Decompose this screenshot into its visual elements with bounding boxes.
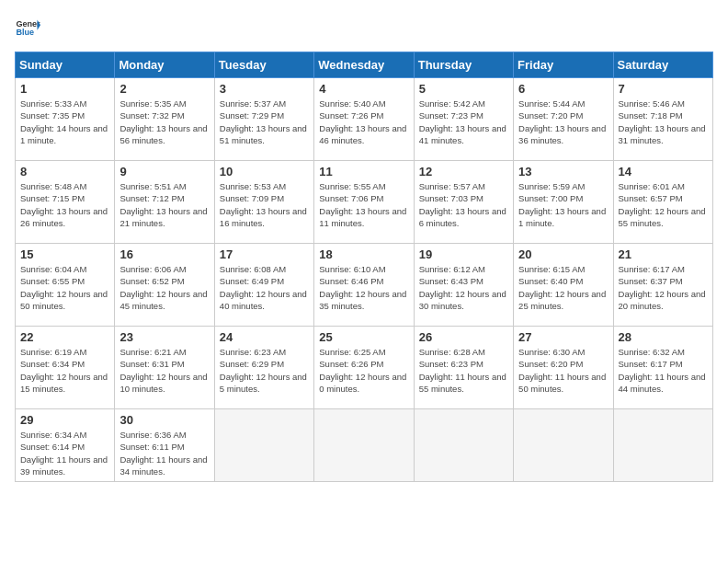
day-info: Sunrise: 6:23 AM Sunset: 6:29 PM Dayligh…	[220, 346, 309, 395]
calendar-cell: 10Sunrise: 5:53 AM Sunset: 7:09 PM Dayli…	[214, 161, 313, 244]
calendar-cell: 30Sunrise: 6:36 AM Sunset: 6:11 PM Dayli…	[115, 409, 214, 482]
calendar-cell: 1Sunrise: 5:33 AM Sunset: 7:35 PM Daylig…	[16, 78, 115, 161]
calendar-week-row-3: 15Sunrise: 6:04 AM Sunset: 6:55 PM Dayli…	[16, 244, 713, 327]
calendar-cell: 21Sunrise: 6:17 AM Sunset: 6:37 PM Dayli…	[613, 244, 712, 327]
day-number: 3	[220, 82, 309, 96]
page-header: General Blue	[15, 15, 713, 40]
calendar-cell: 29Sunrise: 6:34 AM Sunset: 6:14 PM Dayli…	[16, 409, 115, 482]
logo: General Blue	[15, 15, 40, 40]
day-number: 25	[319, 330, 408, 344]
day-info: Sunrise: 6:04 AM Sunset: 6:55 PM Dayligh…	[20, 263, 109, 312]
day-info: Sunrise: 6:25 AM Sunset: 6:26 PM Dayligh…	[319, 346, 408, 395]
day-number: 26	[419, 330, 508, 344]
day-info: Sunrise: 6:19 AM Sunset: 6:34 PM Dayligh…	[20, 346, 109, 395]
day-number: 30	[119, 413, 209, 427]
day-info: Sunrise: 6:32 AM Sunset: 6:17 PM Dayligh…	[619, 346, 708, 395]
day-info: Sunrise: 6:10 AM Sunset: 6:46 PM Dayligh…	[319, 263, 408, 312]
day-number: 17	[220, 247, 309, 261]
day-number: 14	[619, 165, 708, 178]
day-info: Sunrise: 5:37 AM Sunset: 7:29 PM Dayligh…	[220, 98, 309, 146]
calendar-cell	[314, 409, 414, 482]
day-info: Sunrise: 5:53 AM Sunset: 7:09 PM Dayligh…	[220, 180, 309, 229]
calendar-header-monday: Monday	[115, 52, 214, 78]
day-number: 19	[419, 247, 508, 261]
calendar-cell: 18Sunrise: 6:10 AM Sunset: 6:46 PM Dayli…	[314, 244, 414, 327]
day-number: 2	[119, 82, 209, 96]
day-info: Sunrise: 6:34 AM Sunset: 6:14 PM Dayligh…	[20, 429, 109, 477]
calendar-cell: 27Sunrise: 6:30 AM Sunset: 6:20 PM Dayli…	[514, 327, 613, 409]
calendar-cell: 6Sunrise: 5:44 AM Sunset: 7:20 PM Daylig…	[514, 78, 613, 161]
calendar-cell: 8Sunrise: 5:48 AM Sunset: 7:15 PM Daylig…	[16, 161, 115, 244]
day-info: Sunrise: 5:48 AM Sunset: 7:15 PM Dayligh…	[20, 180, 109, 229]
calendar-cell: 11Sunrise: 5:55 AM Sunset: 7:06 PM Dayli…	[314, 161, 414, 244]
calendar-cell	[414, 409, 513, 482]
day-number: 22	[20, 330, 109, 344]
calendar-header-thursday: Thursday	[414, 52, 513, 78]
day-number: 5	[419, 82, 508, 96]
day-number: 8	[20, 165, 109, 178]
day-info: Sunrise: 5:51 AM Sunset: 7:12 PM Dayligh…	[119, 180, 209, 229]
calendar-week-row-5: 29Sunrise: 6:34 AM Sunset: 6:14 PM Dayli…	[16, 409, 713, 482]
calendar-cell: 20Sunrise: 6:15 AM Sunset: 6:40 PM Dayli…	[514, 244, 613, 327]
day-info: Sunrise: 6:06 AM Sunset: 6:52 PM Dayligh…	[119, 263, 209, 312]
calendar-cell: 12Sunrise: 5:57 AM Sunset: 7:03 PM Dayli…	[414, 161, 513, 244]
day-info: Sunrise: 6:01 AM Sunset: 6:57 PM Dayligh…	[619, 180, 708, 229]
svg-text:General: General	[16, 19, 40, 29]
day-info: Sunrise: 6:28 AM Sunset: 6:23 PM Dayligh…	[419, 346, 508, 395]
logo-icon: General Blue	[15, 15, 40, 40]
day-number: 24	[220, 330, 309, 344]
calendar-header-sunday: Sunday	[16, 52, 115, 78]
day-info: Sunrise: 5:46 AM Sunset: 7:18 PM Dayligh…	[619, 98, 708, 146]
calendar-header-saturday: Saturday	[613, 52, 712, 78]
day-info: Sunrise: 6:36 AM Sunset: 6:11 PM Dayligh…	[119, 429, 209, 477]
calendar-table: SundayMondayTuesdayWednesdayThursdayFrid…	[15, 52, 713, 482]
day-number: 1	[20, 82, 109, 96]
day-number: 27	[518, 330, 608, 344]
calendar-cell	[613, 409, 712, 482]
day-info: Sunrise: 5:35 AM Sunset: 7:32 PM Dayligh…	[119, 98, 209, 146]
day-info: Sunrise: 5:44 AM Sunset: 7:20 PM Dayligh…	[518, 98, 608, 146]
calendar-cell: 24Sunrise: 6:23 AM Sunset: 6:29 PM Dayli…	[214, 327, 313, 409]
calendar-cell: 2Sunrise: 5:35 AM Sunset: 7:32 PM Daylig…	[115, 78, 214, 161]
day-number: 10	[220, 165, 309, 178]
day-number: 9	[119, 165, 209, 178]
day-number: 23	[119, 330, 209, 344]
calendar-cell	[214, 409, 313, 482]
calendar-header-tuesday: Tuesday	[214, 52, 313, 78]
calendar-cell: 25Sunrise: 6:25 AM Sunset: 6:26 PM Dayli…	[314, 327, 414, 409]
day-info: Sunrise: 6:30 AM Sunset: 6:20 PM Dayligh…	[518, 346, 608, 395]
day-number: 4	[319, 82, 408, 96]
day-number: 21	[619, 247, 708, 261]
calendar-cell: 28Sunrise: 6:32 AM Sunset: 6:17 PM Dayli…	[613, 327, 712, 409]
day-number: 11	[319, 165, 408, 178]
day-number: 13	[518, 165, 608, 178]
day-number: 28	[619, 330, 708, 344]
day-info: Sunrise: 5:59 AM Sunset: 7:00 PM Dayligh…	[518, 180, 608, 229]
calendar-cell: 17Sunrise: 6:08 AM Sunset: 6:49 PM Dayli…	[214, 244, 313, 327]
day-info: Sunrise: 5:40 AM Sunset: 7:26 PM Dayligh…	[319, 98, 408, 146]
day-info: Sunrise: 6:12 AM Sunset: 6:43 PM Dayligh…	[419, 263, 508, 312]
day-number: 20	[518, 247, 608, 261]
calendar-cell: 15Sunrise: 6:04 AM Sunset: 6:55 PM Dayli…	[16, 244, 115, 327]
calendar-week-row-1: 1Sunrise: 5:33 AM Sunset: 7:35 PM Daylig…	[16, 78, 713, 161]
calendar-cell: 19Sunrise: 6:12 AM Sunset: 6:43 PM Dayli…	[414, 244, 513, 327]
day-number: 6	[518, 82, 608, 96]
calendar-cell: 26Sunrise: 6:28 AM Sunset: 6:23 PM Dayli…	[414, 327, 513, 409]
day-info: Sunrise: 6:17 AM Sunset: 6:37 PM Dayligh…	[619, 263, 708, 312]
calendar-cell: 14Sunrise: 6:01 AM Sunset: 6:57 PM Dayli…	[613, 161, 712, 244]
day-info: Sunrise: 5:57 AM Sunset: 7:03 PM Dayligh…	[419, 180, 508, 229]
calendar-header-wednesday: Wednesday	[314, 52, 414, 78]
day-number: 18	[319, 247, 408, 261]
calendar-week-row-4: 22Sunrise: 6:19 AM Sunset: 6:34 PM Dayli…	[16, 327, 713, 409]
day-info: Sunrise: 6:15 AM Sunset: 6:40 PM Dayligh…	[518, 263, 608, 312]
calendar-cell: 4Sunrise: 5:40 AM Sunset: 7:26 PM Daylig…	[314, 78, 414, 161]
calendar-cell: 5Sunrise: 5:42 AM Sunset: 7:23 PM Daylig…	[414, 78, 513, 161]
day-info: Sunrise: 6:21 AM Sunset: 6:31 PM Dayligh…	[119, 346, 209, 395]
calendar-header-row: SundayMondayTuesdayWednesdayThursdayFrid…	[16, 52, 713, 78]
calendar-cell: 23Sunrise: 6:21 AM Sunset: 6:31 PM Dayli…	[115, 327, 214, 409]
day-number: 16	[119, 247, 209, 261]
day-info: Sunrise: 5:42 AM Sunset: 7:23 PM Dayligh…	[419, 98, 508, 146]
calendar-cell: 9Sunrise: 5:51 AM Sunset: 7:12 PM Daylig…	[115, 161, 214, 244]
day-number: 12	[419, 165, 508, 178]
calendar-week-row-2: 8Sunrise: 5:48 AM Sunset: 7:15 PM Daylig…	[16, 161, 713, 244]
